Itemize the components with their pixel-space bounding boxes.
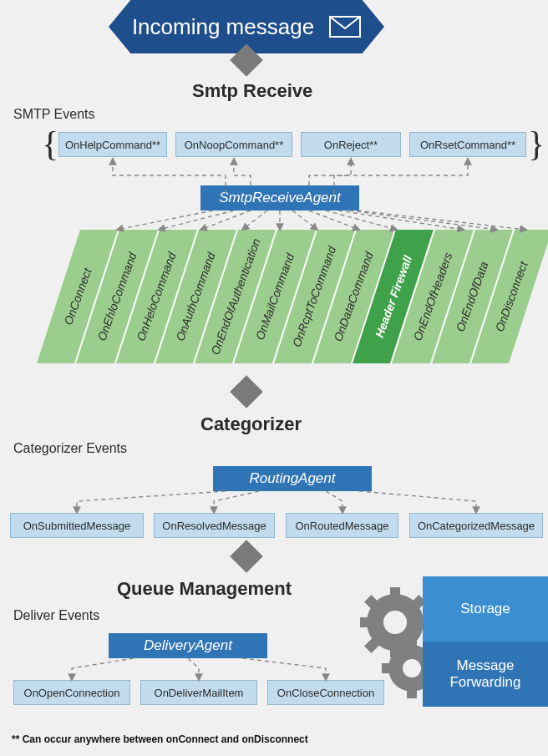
footnote: ** Can occur anywhere between onConnect …: [12, 733, 308, 745]
agent-routing: RoutingAgent: [213, 466, 372, 491]
evt-ondelivermailitem: OnDeliverMailItem: [140, 680, 257, 705]
svg-rect-10: [407, 638, 417, 650]
agent-smtpreceive: SmtpReceiveAgent: [200, 185, 359, 211]
evt-onopenconnection: OnOpenConnection: [13, 680, 130, 705]
mail-icon: [329, 16, 361, 38]
evt-onreject: OnReject**: [301, 132, 401, 157]
svg-point-13: [383, 611, 407, 634]
band-cell-label: OnDisconnect: [493, 260, 530, 333]
svg-rect-12: [382, 663, 393, 673]
evt-onsubmitted: OnSubmittedMessage: [10, 513, 144, 538]
brace-open: {: [42, 124, 58, 164]
label-deliver-events: Deliver Events: [13, 608, 99, 623]
connector-diamond: [230, 540, 263, 573]
svg-rect-2: [390, 587, 400, 601]
svg-rect-4: [360, 617, 373, 627]
section-queue-mgmt: Queue Management: [117, 578, 292, 600]
svg-rect-11: [407, 687, 417, 698]
evt-onrouted: OnRoutedMessage: [286, 513, 398, 538]
evt-oncategorized: OnCategorizedMessage: [409, 513, 543, 538]
diagram-canvas: Incoming message Smtp Receive SMTP Event…: [0, 0, 548, 756]
brace-close: }: [528, 124, 545, 164]
label-smtp-events: SMTP Events: [13, 107, 95, 122]
banner-text: Incoming message: [132, 14, 314, 40]
evt-onnoopcommand: OnNoopCommand**: [175, 132, 292, 157]
agent-delivery: DeliveryAgent: [109, 633, 267, 658]
evt-onresolved: OnResolvedMessage: [154, 513, 275, 538]
section-categorizer: Categorizer: [200, 414, 302, 435]
connector-diamond: [230, 375, 263, 408]
label-categorizer-events: Categorizer Events: [13, 441, 127, 456]
evt-onhelpcommand: OnHelpCommand**: [58, 132, 167, 157]
svg-point-14: [403, 659, 421, 677]
side-block: Storage Message Forwarding: [423, 576, 548, 707]
storage-box: Storage: [423, 576, 548, 642]
smtp-event-band: OnConnectOnEhloCommandOnHeloCommandOnAut…: [37, 230, 548, 363]
section-smtp-receive: Smtp Receive: [192, 80, 312, 102]
evt-onrsetcommand: OnRsetCommand**: [409, 132, 526, 157]
forwarding-box: Message Forwarding: [423, 642, 548, 707]
